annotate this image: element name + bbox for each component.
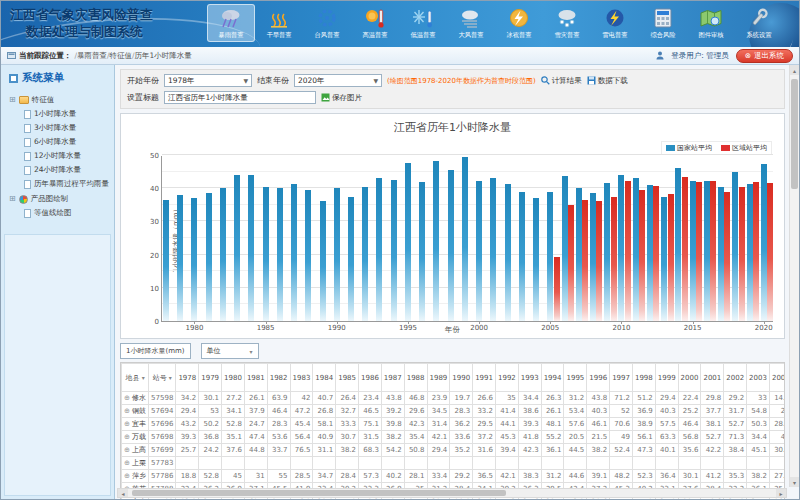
year-header-1989[interactable]: 1989: [427, 364, 450, 392]
scroll-right-arrow-icon[interactable]: ▸: [776, 489, 786, 497]
year-header-1986[interactable]: 1986: [359, 364, 382, 392]
year-header-1996[interactable]: 1996: [587, 364, 610, 392]
expand-radio-icon[interactable]: ⊕: [124, 459, 130, 467]
year-header-1984[interactable]: 1984: [313, 364, 336, 392]
year-header-1979[interactable]: 1979: [199, 364, 222, 392]
chart-legend[interactable]: 国家站平均区域站平均: [661, 141, 772, 155]
breadcrumb-item[interactable]: 历年1小时降水量: [135, 51, 192, 60]
scroll-down-arrow-icon[interactable]: ▾: [790, 477, 799, 487]
year-header-1980[interactable]: 1980: [222, 364, 245, 392]
year-header-2003[interactable]: 2003: [747, 364, 770, 392]
year-header-1982[interactable]: 1982: [267, 364, 290, 392]
region-cell[interactable]: ⊕ 修水: [122, 392, 149, 405]
year-header-1988[interactable]: 1988: [404, 364, 427, 392]
sidebar-item-3小时降水量[interactable]: 3小时降水量: [9, 121, 112, 135]
table-type-button[interactable]: 1小时降水量(mm): [120, 343, 191, 359]
region-cell[interactable]: ⊕ 宜丰: [122, 418, 149, 431]
region-cell[interactable]: ⊕ 铜鼓: [122, 405, 149, 418]
logout-button[interactable]: ⊗ 退出系统: [736, 49, 793, 63]
end-year-select[interactable]: 2020年 ▼: [294, 74, 382, 87]
value-cell: 27.2: [222, 392, 245, 405]
year-header-1999[interactable]: 1999: [655, 364, 678, 392]
bar-national-1984: [248, 175, 254, 321]
year-header-1990[interactable]: 1990: [450, 364, 473, 392]
toolbar-item-hail[interactable]: 冰雹普查: [495, 4, 543, 42]
legend-item-国家站平均[interactable]: 国家站平均: [666, 143, 712, 153]
value-cell: 44.1: [495, 418, 518, 431]
horizontal-scrollbar[interactable]: ◂ ▸: [117, 488, 787, 498]
sidebar-item-等值线绘图[interactable]: 等值线绘图: [9, 206, 112, 220]
chart-title-input[interactable]: 江西省历年1小时降水量: [164, 91, 316, 104]
toolbar-item-typhoon[interactable]: 台风普查: [303, 4, 351, 42]
year-header-1995[interactable]: 1995: [564, 364, 587, 392]
toolbar-item-hightemp[interactable]: 高温普查: [351, 4, 399, 42]
scroll-up-arrow-icon[interactable]: ▴: [790, 65, 799, 75]
toolbar-item-rainstorm[interactable]: 暴雨普查: [207, 4, 255, 42]
sidebar-item-24小时降水量[interactable]: 24小时降水量: [9, 163, 112, 177]
year-header-1985[interactable]: 1985: [336, 364, 359, 392]
tree-group-products[interactable]: ⊞产品图绘制: [9, 194, 112, 204]
breadcrumb-item[interactable]: 特征值: [110, 51, 133, 60]
expand-radio-icon[interactable]: ⊕: [124, 407, 130, 415]
expand-radio-icon[interactable]: ⊕: [124, 433, 130, 441]
save-disk-icon: [587, 76, 596, 85]
expand-radio-icon[interactable]: ⊕: [124, 472, 130, 480]
sidebar-item-1小时降水量[interactable]: 1小时降水量: [9, 107, 112, 121]
horizontal-scrollbar-thumb[interactable]: [132, 490, 506, 496]
year-header-2002[interactable]: 2002: [724, 364, 747, 392]
year-header-1981[interactable]: 1981: [244, 364, 267, 392]
year-header-1978[interactable]: 1978: [176, 364, 199, 392]
expand-icon[interactable]: ⊞: [9, 195, 16, 203]
toolbar-item-drought[interactable]: 干旱普查: [255, 4, 303, 42]
value-cell: 51.2: [632, 392, 655, 405]
toolbar-item-risk-calc[interactable]: 综合风险: [639, 4, 687, 42]
bar-regional-2012: [653, 186, 659, 321]
data-download-button[interactable]: 数据下载: [587, 76, 628, 86]
sidebar-item-历年暴雨过程平均雨量[interactable]: 历年暴雨过程平均雨量: [9, 177, 112, 191]
toolbar-item-lowtemp[interactable]: 低温普查: [399, 4, 447, 42]
vertical-scrollbar[interactable]: ▴ ▾: [789, 65, 799, 487]
year-header-2000[interactable]: 2000: [678, 364, 701, 392]
year-header-1997[interactable]: 1997: [610, 364, 633, 392]
table-region-header[interactable]: 地县 ▾: [122, 364, 149, 392]
region-cell[interactable]: ⊕ 萍乡: [122, 470, 149, 483]
toolbar-item-settings[interactable]: 系统设置: [735, 4, 783, 42]
year-header-1992[interactable]: 1992: [495, 364, 518, 392]
bar-national-1999: [462, 157, 468, 321]
expand-radio-icon[interactable]: ⊕: [124, 394, 130, 402]
expand-radio-icon[interactable]: ⊕: [124, 498, 130, 499]
start-year-select[interactable]: 1978年 ▼: [164, 74, 252, 87]
vertical-scrollbar-thumb[interactable]: [791, 79, 798, 189]
sidebar-item-12小时降水量[interactable]: 12小时降水量: [9, 149, 112, 163]
unit-dropdown[interactable]: 单位 ▾: [201, 343, 259, 359]
region-cell[interactable]: ⊕ 万载: [122, 431, 149, 444]
breadcrumb-item[interactable]: 暴雨普查: [77, 51, 107, 60]
toolbar-item-map-review[interactable]: 图件审核: [687, 4, 735, 42]
region-cell[interactable]: ⊕ 上高: [122, 444, 149, 457]
year-header-1983[interactable]: 1983: [290, 364, 313, 392]
year-header-2001[interactable]: 2001: [701, 364, 724, 392]
year-header-1987[interactable]: 1987: [381, 364, 404, 392]
legend-item-区域站平均[interactable]: 区域站平均: [721, 143, 767, 153]
table-station-header[interactable]: 站号 ▾: [149, 364, 176, 392]
toolbar-item-snow[interactable]: 雪灾普查: [543, 4, 591, 42]
legend-label: 国家站平均: [677, 143, 712, 153]
bar-national-2011: [633, 178, 639, 321]
year-header-1991[interactable]: 1991: [473, 364, 496, 392]
expand-radio-icon[interactable]: ⊕: [124, 420, 130, 428]
year-header-1998[interactable]: 1998: [632, 364, 655, 392]
save-image-button[interactable]: 保存图片: [321, 93, 362, 103]
expand-icon[interactable]: ⊞: [9, 96, 16, 104]
year-header-1994[interactable]: 1994: [541, 364, 564, 392]
toolbar-item-gale[interactable]: 大风普查: [447, 4, 495, 42]
year-header-1993[interactable]: 1993: [518, 364, 541, 392]
toolbar-item-lightning[interactable]: 雷电普查: [591, 4, 639, 42]
year-header-2004[interactable]: 2004: [769, 364, 785, 392]
scroll-left-arrow-icon[interactable]: ◂: [118, 489, 128, 497]
expand-radio-icon[interactable]: ⊕: [124, 446, 130, 454]
tree-group-features[interactable]: ⊞特征值: [9, 95, 112, 105]
calc-result-button[interactable]: 计算结果: [541, 76, 582, 86]
value-cell: 54.8: [747, 405, 770, 418]
region-cell[interactable]: ⊕ 上栗: [122, 457, 149, 470]
sidebar-item-6小时降水量[interactable]: 6小时降水量: [9, 135, 112, 149]
